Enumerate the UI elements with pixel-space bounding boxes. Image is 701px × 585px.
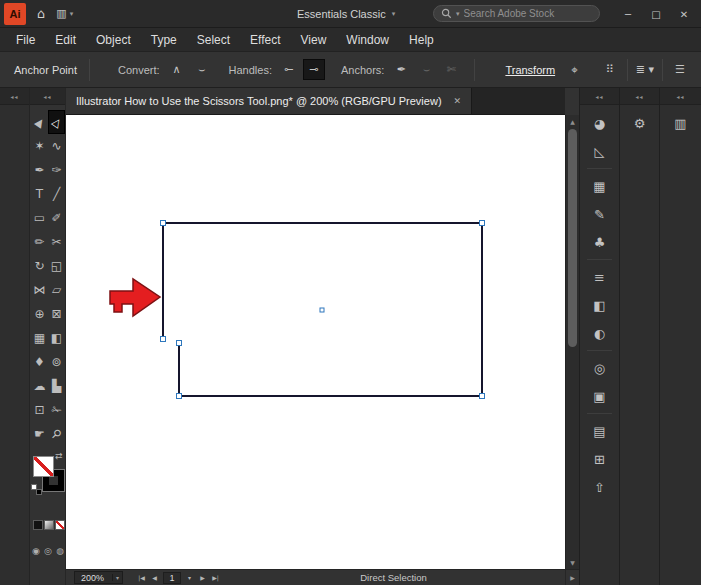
arrange-documents-icon[interactable]: ▥ ▾ [56, 7, 73, 20]
menu-select[interactable]: Select [187, 28, 240, 52]
draw-normal-icon[interactable]: ◉ [32, 546, 40, 556]
gradient-tool[interactable]: ◧ [48, 326, 65, 350]
close-tab-icon[interactable]: ✕ [454, 96, 462, 106]
search-input[interactable] [464, 8, 592, 19]
artboards-panel-icon[interactable]: ⊞ [580, 445, 619, 473]
anchor-point[interactable] [161, 221, 166, 226]
connect-anchors-icon[interactable]: ⌣ [415, 59, 437, 80]
mesh-tool[interactable]: ▦ [31, 326, 48, 350]
brushes-panel-icon[interactable]: ✎ [580, 200, 619, 228]
paintbrush-tool[interactable]: ✐ [48, 206, 65, 230]
pen-tool[interactable]: ✒ [31, 158, 48, 182]
scroll-right-icon[interactable]: ▶ [565, 570, 579, 585]
default-fill-stroke-icon[interactable] [31, 484, 42, 495]
swap-fill-stroke-icon[interactable]: ⇄ [55, 451, 63, 461]
shape-builder-tool[interactable]: ⊕ [31, 302, 48, 326]
direct-selection-tool[interactable]: ▷ [48, 110, 65, 134]
scale-tool[interactable]: ◱ [48, 254, 65, 278]
transparency-panel-icon[interactable]: ◐ [580, 319, 619, 347]
menu-window[interactable]: Window [336, 28, 399, 52]
anchor-point[interactable] [161, 337, 166, 342]
layers-panel-icon[interactable]: ▤ [580, 417, 619, 445]
last-artboard-button[interactable]: ▶| [209, 574, 222, 581]
zoom-tool[interactable]: ⚲ [48, 422, 65, 446]
asset-export-panel-icon[interactable]: ⇧ [580, 473, 619, 501]
menu-edit[interactable]: Edit [45, 28, 86, 52]
color-panel-icon[interactable]: ◕ [580, 109, 619, 137]
collapse-properties-icon[interactable]: ◂◂ [620, 88, 659, 105]
status-display[interactable]: Direct Selection [222, 572, 565, 583]
draw-inside-icon[interactable]: ◍ [56, 546, 64, 556]
hand-tool[interactable]: ☛ [31, 422, 48, 446]
canvas-artboard[interactable] [66, 115, 565, 569]
transform-link[interactable]: Transform [505, 64, 555, 76]
artboard-chevron-icon[interactable]: ▾ [183, 574, 196, 581]
pencil-tool[interactable]: ✏ [31, 230, 48, 254]
selection-tool[interactable]: ▶ [31, 110, 48, 134]
anchor-point[interactable] [480, 394, 485, 399]
center-point[interactable] [320, 308, 324, 312]
remove-anchor-icon[interactable]: ✒ [390, 59, 412, 80]
workspace-switcher[interactable]: Essentials Classic ▾ [297, 0, 395, 28]
first-artboard-button[interactable]: |◀ [135, 574, 148, 581]
lasso-tool[interactable]: ∿ [48, 134, 65, 158]
curvature-tool[interactable]: ✑ [48, 158, 65, 182]
cut-path-icon[interactable]: ✄ [440, 59, 462, 80]
menu-file[interactable]: File [6, 28, 45, 52]
document-tab[interactable]: Illustrator How to Use the Scissors Tool… [66, 88, 472, 114]
cut-rectangle-path[interactable] [163, 223, 482, 396]
blend-tool[interactable]: ⊚ [48, 350, 65, 374]
symbol-sprayer-tool[interactable]: ☁ [31, 374, 48, 398]
magic-wand-tool[interactable]: ✶ [31, 134, 48, 158]
menu-view[interactable]: View [291, 28, 337, 52]
hamburger-menu-icon-icon[interactable]: ☰ [671, 59, 689, 80]
gradient-button[interactable] [44, 520, 54, 530]
show-handles-icon[interactable]: ⊸ [278, 59, 300, 80]
fill-color-swatch[interactable] [33, 456, 54, 477]
swatches-panel-icon[interactable]: ▦ [580, 172, 619, 200]
none-button[interactable] [55, 520, 65, 530]
properties-panel-icon[interactable]: ⚙ [620, 109, 659, 137]
appearance-panel-icon[interactable]: ◎ [580, 354, 619, 382]
menu-help[interactable]: Help [399, 28, 444, 52]
collapse-toolbar-icon[interactable]: ◂◂ [30, 88, 65, 105]
vertical-scrollbar[interactable]: ▲ ▼ [565, 115, 579, 569]
home-icon[interactable]: ⌂ [37, 6, 45, 21]
gradient-panel-icon[interactable]: ◧ [580, 291, 619, 319]
anchor-point[interactable] [177, 341, 182, 346]
free-transform-tool[interactable]: ▱ [48, 278, 65, 302]
collapse-panels-icon[interactable]: ◂◂ [580, 88, 619, 105]
artboard-tool[interactable]: ⊡ [31, 398, 48, 422]
type-tool[interactable]: T [31, 182, 48, 206]
zoom-chevron-icon[interactable]: ▾ [112, 574, 122, 581]
symbols-panel-icon[interactable]: ♣ [580, 228, 619, 256]
rectangle-tool[interactable]: ▭ [31, 206, 48, 230]
convert-to-smooth-icon[interactable]: ⌣ [191, 59, 213, 80]
align-icon[interactable]: ⌖ [571, 63, 578, 77]
stroke-panel-icon[interactable]: ≡ [580, 263, 619, 291]
menu-type[interactable]: Type [141, 28, 187, 52]
minimize-button[interactable]: ─ [614, 9, 642, 20]
scroll-down-icon[interactable]: ▼ [566, 556, 579, 569]
scrollbar-thumb[interactable] [568, 129, 577, 347]
libraries-panel-icon[interactable]: ▥ [660, 109, 701, 137]
hide-handles-icon[interactable]: ⊸ [303, 59, 325, 80]
maximize-button[interactable]: □ [642, 9, 670, 20]
search-scope-chevron-icon[interactable]: ▾ [456, 10, 460, 18]
anchor-point[interactable] [480, 221, 485, 226]
rotate-tool[interactable]: ↻ [31, 254, 48, 278]
color-button[interactable] [33, 520, 43, 530]
graphic-styles-panel-icon[interactable]: ▣ [580, 382, 619, 410]
line-segment-tool[interactable]: ╱ [48, 182, 65, 206]
red-pointer-arrow[interactable] [110, 279, 160, 316]
menu-effect[interactable]: Effect [240, 28, 290, 52]
collapse-dock-icon[interactable]: ◂◂ [0, 88, 29, 105]
collapse-libraries-icon[interactable]: ◂◂ [660, 88, 701, 105]
menu-object[interactable]: Object [86, 28, 141, 52]
scroll-up-icon[interactable]: ▲ [566, 115, 579, 128]
color-guide-panel-icon[interactable]: ◺ [580, 137, 619, 165]
draw-behind-icon[interactable]: ◎ [44, 546, 52, 556]
next-artboard-button[interactable]: ▶ [196, 574, 209, 581]
zoom-control[interactable]: 200% ▾ [74, 571, 123, 584]
width-tool[interactable]: ⋈ [31, 278, 48, 302]
